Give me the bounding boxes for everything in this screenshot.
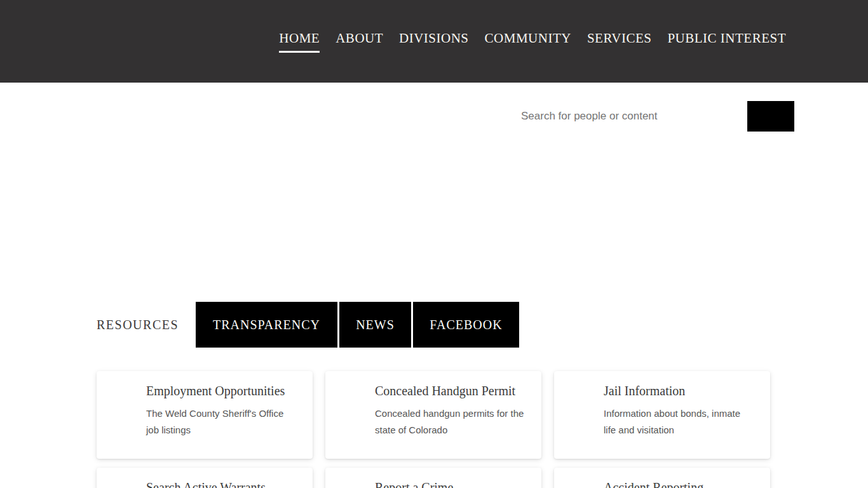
card-description: The Weld County Sheriff's Office job lis…: [146, 405, 297, 438]
card-concealed-handgun-permit[interactable]: Concealed Handgun Permit Concealed handg…: [325, 371, 541, 459]
card-description: Information about bonds, inmate life and…: [604, 405, 755, 438]
main-nav: HOME ABOUT DIVISIONS COMMUNITY SERVICES …: [279, 0, 786, 83]
nav-item-divisions[interactable]: DIVISIONS: [399, 30, 469, 53]
card-report-a-crime[interactable]: Report a Crime: [325, 468, 541, 488]
card-title: Search Active Warrants: [146, 480, 300, 488]
card-employment-opportunities[interactable]: Employment Opportunities The Weld County…: [97, 371, 313, 459]
resources-label: RESOURCES: [97, 318, 178, 332]
nav-item-services[interactable]: SERVICES: [587, 30, 652, 53]
search-button[interactable]: [747, 101, 794, 132]
nav-item-home[interactable]: HOME: [279, 30, 320, 53]
card-title: Report a Crime: [375, 480, 529, 488]
card-description: Concealed handgun permits for the state …: [375, 405, 526, 438]
resources-tabs-row: RESOURCES TRANSPARENCY NEWS FACEBOOK: [97, 302, 521, 348]
header-bar: HOME ABOUT DIVISIONS COMMUNITY SERVICES …: [0, 0, 868, 83]
tab-button-transparency[interactable]: TRANSPARENCY: [196, 302, 337, 348]
card-search-active-warrants[interactable]: Search Active Warrants: [97, 468, 313, 488]
card-title: Jail Information: [604, 384, 757, 398]
card-accident-reporting[interactable]: Accident Reporting: [554, 468, 770, 488]
card-jail-information[interactable]: Jail Information Information about bonds…: [554, 371, 770, 459]
resource-cards-grid: Employment Opportunities The Weld County…: [97, 371, 770, 488]
tab-buttons-group: TRANSPARENCY NEWS FACEBOOK: [196, 302, 521, 348]
nav-item-community[interactable]: COMMUNITY: [485, 30, 571, 53]
search-input[interactable]: [521, 105, 740, 128]
card-title: Employment Opportunities: [146, 384, 300, 398]
nav-item-about[interactable]: ABOUT: [336, 30, 383, 53]
card-title: Concealed Handgun Permit: [375, 384, 529, 398]
nav-item-public-interest[interactable]: PUBLIC INTEREST: [667, 30, 786, 53]
tab-button-facebook[interactable]: FACEBOOK: [413, 302, 519, 348]
tab-button-news[interactable]: NEWS: [339, 302, 411, 348]
card-title: Accident Reporting: [604, 480, 757, 488]
